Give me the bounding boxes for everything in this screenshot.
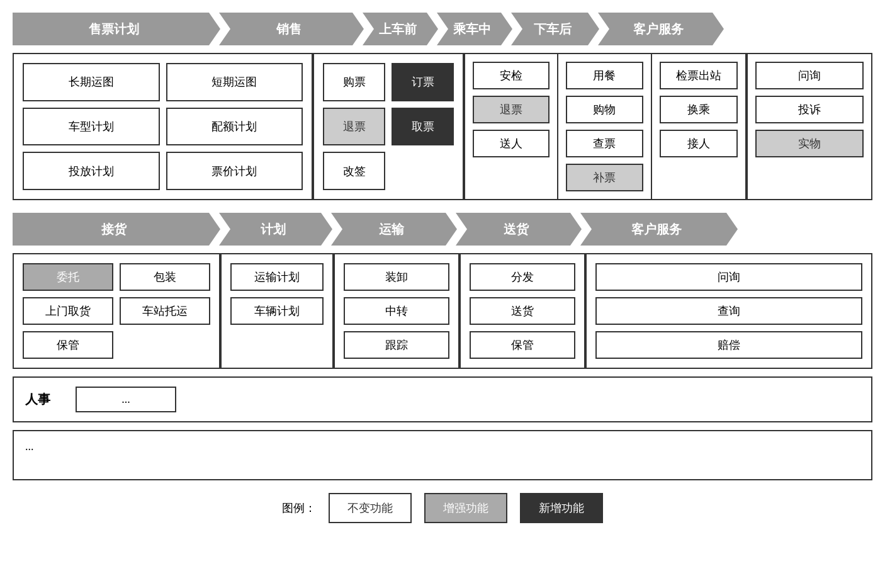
btn-refund-before[interactable]: 退票 <box>473 96 550 123</box>
sell-plan-section: 长期运图 短期运图 车型计划 配额计划 投放计划 票价计划 <box>13 53 313 200</box>
btn-deliver[interactable]: 送货 <box>470 297 575 325</box>
btn-send-person[interactable]: 送人 <box>473 130 550 157</box>
header-transport: 运输 <box>331 213 457 246</box>
btn-check-ticket[interactable]: 查票 <box>566 130 643 157</box>
header-during: 乘车中 <box>437 13 512 45</box>
btn-vehicle-plan-cargo[interactable]: 车辆计划 <box>230 297 324 325</box>
header-before: 上车前 <box>363 13 438 45</box>
after-section: 检票出站 换乘 接人 <box>652 54 745 199</box>
btn-supplement-ticket[interactable]: 补票 <box>566 164 643 191</box>
legend-btn-new[interactable]: 新增功能 <box>520 493 603 523</box>
btn-buy-ticket[interactable]: 购票 <box>323 63 385 101</box>
btn-release-plan[interactable]: 投放计划 <box>23 152 160 190</box>
btn-storage-delivery[interactable]: 保管 <box>470 331 575 359</box>
btn-change-ticket[interactable]: 改签 <box>323 152 385 190</box>
passenger-header-row: 售票计划 销售 上车前 乘车中 下车后 客户服务 <box>13 13 872 45</box>
header-cargo-kh: 客户服务 <box>580 213 738 246</box>
btn-vehicle-plan[interactable]: 车型计划 <box>23 108 160 146</box>
cargo-header-row: 接货 计划 运输 送货 客户服务 <box>13 213 872 246</box>
btn-exit-check[interactable]: 检票出站 <box>660 62 738 89</box>
bottom-dots: ... <box>25 440 34 453</box>
btn-order-ticket[interactable]: 订票 <box>392 63 454 101</box>
btn-refund-ticket[interactable]: 退票 <box>323 108 385 146</box>
btn-distribute[interactable]: 分发 <box>470 263 575 291</box>
btn-long-route[interactable]: 长期运图 <box>23 63 160 101</box>
hr-dots-box: ... <box>76 387 176 412</box>
delivery-section: 分发 送货 保管 <box>459 253 585 369</box>
btn-security[interactable]: 安检 <box>473 62 550 89</box>
btn-tracking[interactable]: 跟踪 <box>344 331 449 359</box>
header-plan: 计划 <box>219 213 332 246</box>
header-receive: 接货 <box>13 213 220 246</box>
btn-cargo-inquiry[interactable]: 问询 <box>595 263 862 291</box>
during-section: 用餐 购物 查票 补票 <box>558 54 651 199</box>
btn-inquiry[interactable]: 问询 <box>755 62 864 89</box>
btn-collect-ticket[interactable]: 取票 <box>392 108 454 146</box>
header-sell-plan: 售票计划 <box>13 13 220 45</box>
hr-label: 人事 <box>25 391 63 408</box>
btn-loading[interactable]: 装卸 <box>344 263 449 291</box>
passenger-kh-section: 问询 投诉 实物 <box>747 53 872 200</box>
btn-transfer-cargo[interactable]: 中转 <box>344 297 449 325</box>
cargo-content-row: 委托 包装 上门取货 车站托运 保管 运输计划 车辆计划 装卸 中转 跟踪 分发… <box>13 253 872 369</box>
btn-dining[interactable]: 用餐 <box>566 62 643 89</box>
header-after: 下车后 <box>511 13 599 45</box>
btn-entrust[interactable]: 委托 <box>23 263 113 291</box>
header-delivery: 送货 <box>456 213 582 246</box>
btn-shopping[interactable]: 购物 <box>566 96 643 123</box>
btn-package[interactable]: 包装 <box>120 263 210 291</box>
legend-row: 图例： 不变功能 增强功能 新增功能 <box>13 493 872 523</box>
btn-short-route[interactable]: 短期运图 <box>166 63 303 101</box>
cargo-plan-section: 运输计划 车辆计划 <box>220 253 334 369</box>
journey-section: 安检 退票 送人 用餐 购物 查票 补票 检票出站 换乘 接人 <box>464 53 747 200</box>
btn-transfer[interactable]: 换乘 <box>660 96 738 123</box>
legend-btn-enhanced[interactable]: 增强功能 <box>424 493 507 523</box>
btn-storage-receive[interactable]: 保管 <box>23 331 113 359</box>
passenger-content-row: 长期运图 短期运图 车型计划 配额计划 投放计划 票价计划 购票 订票 退票 取… <box>13 53 872 200</box>
legend-label: 图例： <box>282 500 316 516</box>
btn-price-plan[interactable]: 票价计划 <box>166 152 303 190</box>
btn-station-freight[interactable]: 车站托运 <box>120 297 210 325</box>
legend-btn-unchanged[interactable]: 不变功能 <box>329 493 412 523</box>
main-container: 售票计划 销售 上车前 乘车中 下车后 客户服务 长期运图 短期运图 车型计划 … <box>13 13 872 523</box>
btn-quota-plan[interactable]: 配额计划 <box>166 108 303 146</box>
header-sales: 销售 <box>219 13 364 45</box>
btn-complaint[interactable]: 投诉 <box>755 96 864 123</box>
btn-transport-plan[interactable]: 运输计划 <box>230 263 324 291</box>
btn-home-pickup[interactable]: 上门取货 <box>23 297 113 325</box>
cargo-kh-section: 问询 查询 赔偿 <box>585 253 872 369</box>
transport-section: 装卸 中转 跟踪 <box>334 253 459 369</box>
bottom-dots-section: ... <box>13 430 872 480</box>
btn-compensation[interactable]: 赔偿 <box>595 331 862 359</box>
hr-dots: ... <box>121 393 130 406</box>
hr-row-section: 人事 ... <box>13 376 872 422</box>
receive-section: 委托 包装 上门取货 车站托运 保管 <box>13 253 220 369</box>
btn-cargo-query[interactable]: 查询 <box>595 297 862 325</box>
sales-section: 购票 订票 退票 取票 改签 <box>313 53 464 200</box>
btn-pickup-person[interactable]: 接人 <box>660 130 738 157</box>
header-kh: 客户服务 <box>598 13 724 45</box>
btn-physical[interactable]: 实物 <box>755 130 864 157</box>
before-section: 安检 退票 送人 <box>465 54 558 199</box>
